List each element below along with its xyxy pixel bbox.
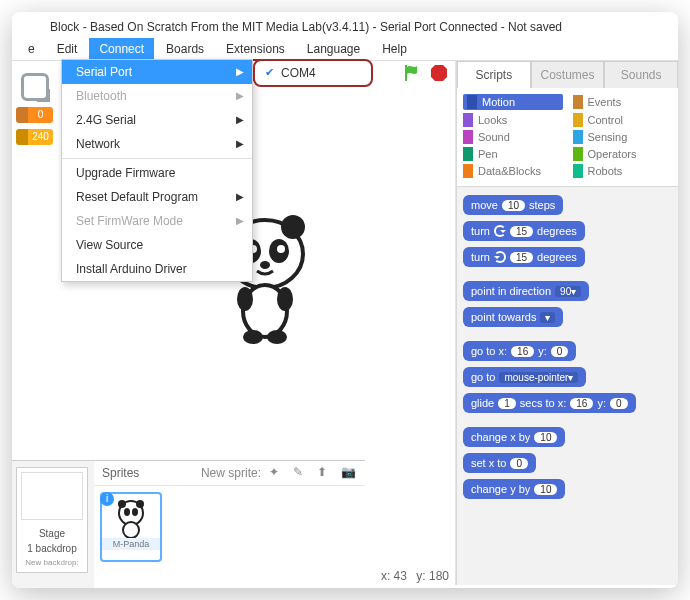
tab-costumes[interactable]: Costumes [531,61,605,88]
svg-point-3 [281,215,305,239]
app-window: Block - Based On Scratch From the MIT Me… [12,12,678,588]
block-set-x[interactable]: set x to0 [463,453,536,473]
chevron-right-icon: ▶ [236,138,244,149]
menu-connect[interactable]: Connect [89,38,154,60]
svg-point-16 [136,500,144,508]
cat-events[interactable]: Events [573,94,673,110]
paint-sprite-icon[interactable]: ✎ [293,465,309,481]
serial-port-submenu: ✔COM4 [253,59,373,87]
menu-reset-default[interactable]: Reset Default Program▶ [62,185,252,209]
menu-set-firmware[interactable]: Set FirmWare Mode▶ [62,209,252,233]
menu-extensions[interactable]: Extensions [216,38,295,60]
tab-scripts[interactable]: Scripts [457,61,531,88]
rotate-cw-icon [494,225,506,237]
block-turn-cw[interactable]: turn15degrees [463,221,585,241]
upload-sprite-icon[interactable]: ⬆ [317,465,333,481]
cat-motion[interactable]: Motion [463,94,563,110]
right-panel: Scripts Costumes Sounds Motion Events Lo… [456,61,678,585]
sprite-name: M-Panda [102,538,160,550]
sprite-thumb [111,498,151,538]
sprite-info-icon[interactable]: i [100,492,114,506]
sprites-area: Sprites New sprite: ✦ ✎ ⬆ 📷 i M-Panda [94,461,365,588]
blocks-palette: move10steps turn15degrees turn15degrees … [457,187,678,585]
connect-dropdown: Serial Port▶ Bluetooth▶ 2.4G Serial▶ Net… [61,59,253,282]
stage-coords: x: 43 y: 180 [381,569,449,583]
svg-point-8 [260,261,270,269]
stop-icon[interactable] [429,63,449,83]
menu-boards[interactable]: Boards [156,38,214,60]
block-change-x[interactable]: change x by10 [463,427,565,447]
svg-point-15 [118,500,126,508]
block-move[interactable]: move10steps [463,195,563,215]
menu-install-arduino[interactable]: Install Arduino Driver [62,257,252,281]
sprites-header: Sprites [102,466,139,480]
menu-bluetooth[interactable]: Bluetooth▶ [62,84,252,108]
green-flag-icon[interactable] [401,63,421,83]
menu-file[interactable]: e [18,38,45,60]
chevron-right-icon: ▶ [236,215,244,226]
block-goto-mouse[interactable]: go tomouse-pointer▾ [463,367,586,387]
svg-point-7 [277,245,285,253]
cat-control[interactable]: Control [573,113,673,127]
sprites-panel: Stage 1 backdrop New backdrop: Sprites N… [12,460,365,588]
new-backdrop-label: New backdrop: [17,554,87,567]
cat-sensing[interactable]: Sensing [573,130,673,144]
camera-sprite-icon[interactable]: 📷 [341,465,357,481]
menu-network[interactable]: Network▶ [62,132,252,156]
menu-language[interactable]: Language [297,38,370,60]
cat-operators[interactable]: Operators [573,147,673,161]
tabs: Scripts Costumes Sounds [457,61,678,88]
menu-view-source[interactable]: View Source [62,233,252,257]
block-change-y[interactable]: change y by10 [463,479,565,499]
menu-help[interactable]: Help [372,38,417,60]
coord-y: y: 180 [416,569,449,583]
fullscreen-icon[interactable] [21,73,49,101]
svg-point-11 [277,287,293,311]
window-title: Block - Based On Scratch From the MIT Me… [12,12,678,38]
choose-sprite-icon[interactable]: ✦ [269,465,285,481]
svg-point-17 [124,508,130,516]
stage-thumb-image [21,472,83,520]
chevron-right-icon: ▶ [236,66,244,77]
coord-pill-x: 0 [16,107,53,123]
rotate-ccw-icon [494,251,506,263]
svg-point-19 [123,522,139,538]
block-point-towards[interactable]: point towards▾ [463,307,563,327]
chevron-right-icon: ▶ [236,114,244,125]
stage-thumbnail[interactable]: Stage 1 backdrop New backdrop: [16,467,88,573]
menu-24g-serial[interactable]: 2.4G Serial▶ [62,108,252,132]
stage-label: Stage [17,524,87,539]
svg-point-12 [243,330,263,344]
menu-bar: e Edit Connect Boards Extensions Languag… [12,38,678,61]
coord-x: x: 43 [381,569,407,583]
new-sprite-controls: New sprite: ✦ ✎ ⬆ 📷 [201,465,357,481]
svg-marker-0 [431,65,447,81]
tab-sounds[interactable]: Sounds [604,61,678,88]
menu-upgrade-firmware[interactable]: Upgrade Firmware [62,161,252,185]
coord-pill-y: 240 [16,129,53,145]
svg-point-13 [267,330,287,344]
sprite-tile-mpanda[interactable]: i M-Panda [100,492,162,562]
block-glide[interactable]: glide1secs to x:16y:0 [463,393,636,413]
block-turn-ccw[interactable]: turn15degrees [463,247,585,267]
check-icon: ✔ [265,66,274,79]
backdrop-count: 1 backdrop [17,539,87,554]
menu-edit[interactable]: Edit [47,38,88,60]
stage-controls [401,63,449,83]
chevron-right-icon: ▶ [236,191,244,202]
chevron-right-icon: ▶ [236,90,244,101]
menu-serial-port[interactable]: Serial Port▶ [62,60,252,84]
svg-point-18 [132,508,138,516]
cat-pen[interactable]: Pen [463,147,563,161]
cat-data[interactable]: Data&Blocks [463,164,563,178]
cat-looks[interactable]: Looks [463,113,563,127]
block-point-direction[interactable]: point in direction90▾ [463,281,589,301]
submenu-com4[interactable]: ✔COM4 [263,64,363,82]
svg-point-10 [237,287,253,311]
cat-robots[interactable]: Robots [573,164,673,178]
block-goto-xy[interactable]: go to x:16y:0 [463,341,576,361]
block-categories: Motion Events Looks Control Sound Sensin… [457,88,678,187]
cat-sound[interactable]: Sound [463,130,563,144]
